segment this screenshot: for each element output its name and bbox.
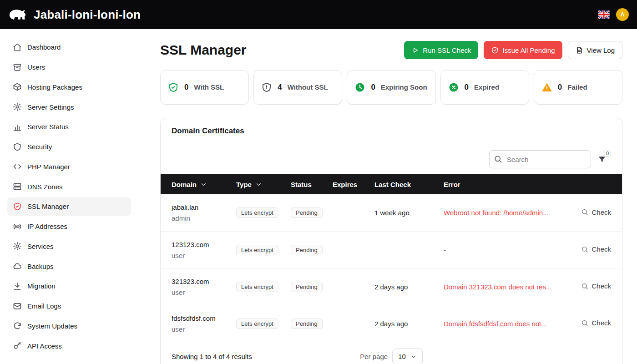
- table-footer: Showing 1 to 4 of 4 results Per page 10: [161, 342, 622, 364]
- check-button[interactable]: Check: [581, 208, 611, 216]
- sidebar-item-icon: [13, 302, 22, 311]
- table-row: 123123.com user Lets encrypt Pending - C…: [161, 231, 622, 268]
- sidebar-item[interactable]: SSL Manager: [7, 197, 131, 216]
- column-header-type[interactable]: Type: [236, 181, 291, 188]
- sidebar-item-icon: [13, 321, 22, 330]
- sidebar-item[interactable]: Dashboard: [7, 38, 131, 56]
- domain-name: 321323.com: [172, 278, 236, 285]
- sidebar-item-icon: [13, 82, 22, 91]
- stat-label: With SSL: [194, 83, 224, 92]
- sidebar-item[interactable]: Security: [7, 138, 131, 156]
- stat-value: 0: [184, 83, 188, 92]
- sidebar-item[interactable]: DNS Zones: [7, 177, 131, 196]
- sidebar-item[interactable]: IP Addresses: [7, 217, 131, 236]
- sidebar-item[interactable]: Server Status: [7, 118, 131, 136]
- sidebar-item-label: Users: [27, 63, 45, 71]
- stat-card: 0 Expiring Soon: [347, 70, 435, 105]
- stats-row: 0 With SSL 4 Without SSL 0 Expiring Soon: [160, 70, 622, 105]
- sidebar-item[interactable]: System Updates: [7, 317, 131, 335]
- sidebar-item[interactable]: API Access: [7, 337, 131, 355]
- sidebar-item-icon: [13, 341, 22, 350]
- results-summary: Showing 1 to 4 of 4 results: [172, 353, 252, 360]
- search-icon: [494, 155, 502, 163]
- sidebar-item-icon: [13, 142, 22, 152]
- magnifier-icon: [581, 208, 588, 216]
- domain-user: user: [172, 252, 236, 259]
- sidebar-item-label: Email Logs: [27, 302, 61, 310]
- document-icon: [576, 46, 583, 54]
- check-button[interactable]: Check: [581, 319, 611, 327]
- domain-user: admin: [172, 214, 236, 222]
- column-header-error: Error: [444, 181, 567, 188]
- sidebar-item-label: SSL Manager: [27, 202, 69, 210]
- sidebar-item-icon: [13, 43, 22, 52]
- sidebar-item-label: Hosting Packages: [27, 83, 82, 91]
- sort-chevron-icon: [255, 181, 262, 188]
- last-check-cell: 2 days ago: [374, 283, 444, 291]
- stat-card: 0 Failed: [534, 70, 622, 105]
- domain-user: user: [172, 288, 236, 296]
- sidebar: Dashboard Users Hosting Packages Server …: [0, 29, 138, 364]
- domain-name: fdsfsdfdsf.com: [172, 314, 236, 322]
- sidebar-item[interactable]: PHP Manager: [7, 158, 131, 176]
- column-header-expires: Expires: [333, 181, 374, 188]
- column-header-status: Status: [291, 181, 333, 188]
- status-badge: Pending: [291, 245, 323, 255]
- issue-all-pending-button[interactable]: Issue All Pending: [484, 41, 562, 59]
- stat-label: Expiring Soon: [381, 83, 427, 92]
- table-header: Domain Type Status Expires Last Check Er…: [161, 174, 622, 194]
- error-cell: Webroot not found: /home/admin...: [444, 209, 567, 217]
- check-button[interactable]: Check: [581, 282, 611, 290]
- status-badge: Pending: [291, 282, 323, 292]
- boar-logo-icon: [8, 6, 29, 23]
- sidebar-item-label: Security: [27, 143, 52, 151]
- sidebar-item[interactable]: Server Settings: [7, 98, 131, 116]
- table-row: fdsfsdfdsf.com user Lets encrypt Pending…: [161, 305, 622, 342]
- magnifier-icon: [581, 283, 588, 290]
- avatar[interactable]: A: [616, 8, 629, 21]
- magnifier-icon: [581, 319, 588, 327]
- last-check-cell: 2 days ago: [374, 320, 444, 328]
- sidebar-item-label: Server Status: [27, 123, 69, 131]
- stat-card: 0 With SSL: [160, 70, 249, 105]
- sidebar-item-label: API Access: [27, 342, 62, 350]
- topbar: Jabali-loni-loni-lon A: [0, 0, 637, 29]
- stat-icon: [168, 82, 179, 93]
- sidebar-item[interactable]: Hosting Packages: [7, 78, 131, 96]
- view-log-button[interactable]: View Log: [568, 41, 622, 59]
- sidebar-item[interactable]: Backups: [7, 257, 131, 275]
- check-button[interactable]: Check: [581, 245, 611, 253]
- stat-label: Failed: [567, 83, 587, 92]
- sidebar-item-label: System Updates: [27, 322, 77, 330]
- error-cell: Domain fdsfsdfdsf.com does not...: [444, 320, 567, 328]
- table-body: jabali.lan admin Lets encrypt Pending 1 …: [161, 194, 622, 342]
- chevron-down-icon: [410, 354, 417, 360]
- error-cell: -: [444, 246, 567, 254]
- status-badge: Pending: [291, 207, 323, 218]
- app-title: Jabali-loni-loni-lon: [34, 8, 141, 22]
- sidebar-item[interactable]: Migration: [7, 277, 131, 295]
- magnifier-icon: [581, 246, 588, 253]
- play-icon: [411, 46, 419, 54]
- column-header-domain[interactable]: Domain: [172, 181, 236, 188]
- sidebar-item-label: Server Settings: [27, 103, 74, 111]
- sidebar-item[interactable]: Services: [7, 238, 131, 256]
- search-input[interactable]: [489, 150, 591, 168]
- filter-count-badge: 0: [604, 150, 611, 157]
- run-ssl-check-button[interactable]: Run SSL Check: [404, 41, 478, 59]
- stat-value: 0: [558, 83, 562, 92]
- sidebar-item-label: Dashboard: [27, 43, 61, 51]
- per-page-select[interactable]: 10: [392, 349, 423, 364]
- domain-name: jabali.lan: [172, 203, 236, 211]
- sidebar-item[interactable]: Users: [7, 58, 131, 76]
- sidebar-item-icon: [13, 102, 22, 111]
- sidebar-item[interactable]: Email Logs: [7, 297, 131, 315]
- domain-user: user: [172, 325, 236, 333]
- table-row: jabali.lan admin Lets encrypt Pending 1 …: [161, 194, 622, 231]
- error-cell: Domain 321323.com does not res...: [444, 283, 567, 291]
- language-flag-icon[interactable]: [598, 10, 610, 19]
- sidebar-item-icon: [13, 222, 22, 231]
- filter-button[interactable]: 0: [593, 150, 611, 169]
- sidebar-item-icon: [13, 182, 22, 191]
- table-row: 321323.com user Lets encrypt Pending 2 d…: [161, 268, 622, 305]
